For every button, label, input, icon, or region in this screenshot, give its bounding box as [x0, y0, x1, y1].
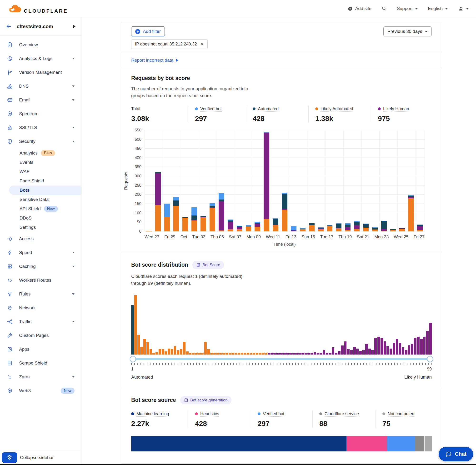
sidebar-item-ssl-tls[interactable]: SSL/TLS [0, 121, 81, 135]
spectrum-icon [7, 111, 13, 117]
histogram-bars [131, 295, 432, 355]
user-icon [458, 6, 464, 11]
remove-filter-icon[interactable]: ✕ [200, 42, 204, 46]
sidebar-item-overview[interactable]: Overview [0, 38, 81, 52]
sidebar-item-speed[interactable]: Speed [0, 246, 81, 260]
score-bar-30 [219, 353, 222, 355]
segment-likely-automated [318, 229, 324, 232]
sidebar-item-rules[interactable]: Rules [0, 287, 81, 301]
score-bar-71 [344, 341, 347, 355]
stat-label[interactable]: Verified bot [195, 106, 246, 111]
segment-likely-automated [155, 205, 161, 232]
sidebar-item-dns[interactable]: DNS [0, 79, 81, 93]
sidebar-item-bots[interactable]: Bots [9, 185, 81, 195]
slider-handle-min[interactable] [130, 356, 136, 362]
sidebar-item-email[interactable]: Email [0, 93, 81, 107]
stat-label[interactable]: Machine learning [131, 412, 188, 416]
sidebar-item-label: WAF [20, 169, 30, 174]
slider-track[interactable] [132, 358, 431, 360]
sidebar-item-scrape-shield[interactable]: Scrape Shield [0, 356, 81, 370]
x-tick-label [333, 234, 338, 240]
stat-label[interactable]: Heuristics [195, 412, 251, 416]
sidebar-item-version-management[interactable]: Version Management [0, 65, 81, 79]
time-range-select[interactable]: Previous 30 days [383, 26, 432, 36]
sidebar: cftestsite3.com OverviewAnalytics & Logs… [0, 17, 81, 465]
chevron-down-icon [72, 252, 74, 253]
sidebar-item-workers-routes[interactable]: Workers Routes [0, 273, 81, 287]
stat-label[interactable]: Likely Automated [315, 106, 371, 111]
score-bar-17 [180, 349, 182, 355]
sidebar-item-settings[interactable]: Settings [0, 223, 81, 232]
score-bar-22 [195, 353, 198, 355]
add-site-button[interactable]: Add site [348, 6, 371, 11]
stat-label[interactable]: Not computed [382, 412, 432, 416]
language-menu[interactable]: English [428, 6, 448, 11]
search-button[interactable] [381, 6, 387, 11]
score-bar-1 [131, 305, 134, 355]
score-bar-4 [140, 347, 143, 355]
sidebar-item-security[interactable]: Security [0, 135, 81, 148]
settings-gear-button[interactable]: ⚙ [2, 452, 17, 463]
caching-icon [7, 264, 13, 269]
report-incorrect-data-link[interactable]: Report incorrect data [131, 58, 178, 63]
slider-handle-max[interactable] [427, 356, 433, 362]
sidebar-footer: ⚙ Collapse sidebar [0, 450, 81, 465]
stat-label[interactable]: Verified bot [258, 412, 312, 416]
sidebar-item-analytics[interactable]: AnalyticsBeta [0, 148, 81, 158]
score-bar-35 [234, 353, 237, 355]
sidebar-item-ddos[interactable]: DDoS [0, 213, 81, 223]
add-filter-button[interactable]: + Add filter [131, 26, 165, 36]
sidebar-item-sensitive-data[interactable]: Sensitive Data [0, 195, 81, 204]
stat-label[interactable]: Likely Human [378, 106, 432, 111]
bot-score-distribution-card: Bot score distribution Bot Score Cloudfl… [121, 253, 442, 388]
score-bar-14 [171, 349, 173, 355]
collapse-sidebar-button[interactable]: Collapse sidebar [20, 455, 54, 460]
segment-likely-human [417, 226, 423, 230]
score-bar-36 [238, 353, 240, 355]
bar-sat-14 [300, 130, 306, 232]
sidebar-item-apps[interactable]: Apps [0, 342, 81, 356]
sidebar-item-spectrum[interactable]: Spectrum [0, 107, 81, 121]
sidebar-item-waf[interactable]: WAF [0, 167, 81, 176]
card-description: Cloudflare scores each request 1 (defini… [131, 273, 257, 287]
filter-chip[interactable]: IP does not equal 35.212.240.32 ✕ [131, 39, 208, 49]
triangle-right-icon [176, 59, 178, 62]
sidebar-item-network[interactable]: Network [0, 301, 81, 315]
sidebar-item-label: API Shield [20, 206, 41, 211]
sidebar-item-analytics-logs[interactable]: Analytics & Logs [0, 52, 81, 65]
bot-score-badge[interactable]: Bot Score [192, 261, 224, 269]
sidebar-item-traffic[interactable]: Traffic [0, 315, 81, 328]
support-menu[interactable]: Support [397, 6, 418, 11]
sidebar-item-api-shield[interactable]: API ShieldNew [0, 204, 81, 213]
score-bar-96 [420, 339, 423, 355]
report-row: Report incorrect data [121, 53, 442, 68]
score-bar-85 [386, 346, 389, 355]
bot-score-generation-badge[interactable]: Bot score generation [180, 396, 232, 404]
segment-verified-bot [291, 226, 296, 231]
score-bar-54 [292, 353, 295, 355]
account-menu[interactable] [458, 6, 469, 11]
site-expand-icon[interactable] [73, 25, 75, 28]
score-bar-87 [393, 343, 395, 355]
sidebar-item-label: Apps [19, 347, 74, 352]
segment-likely-automated [246, 226, 252, 232]
score-range-slider[interactable] [131, 356, 432, 363]
chat-button[interactable]: Chat [439, 447, 473, 461]
stat-label[interactable]: Cloudflare service [319, 412, 376, 416]
sidebar-item-caching[interactable]: Caching [0, 260, 81, 273]
score-bar-44 [262, 353, 264, 355]
main-content: + Add filter Previous 30 days IP does no… [81, 17, 476, 465]
sidebar-item-custom-pages[interactable]: Custom Pages [0, 328, 81, 342]
score-bar-58 [305, 353, 307, 355]
sidebar-item-zaraz[interactable]: Zaraz [0, 370, 81, 384]
new-badge: New [61, 388, 74, 394]
sidebar-item-page-shield[interactable]: Page Shield [0, 176, 81, 185]
sidebar-item-web3[interactable]: Web3New [0, 384, 81, 398]
back-arrow-icon[interactable] [6, 23, 12, 30]
stat-label[interactable]: Automated [253, 106, 308, 111]
sidebar-item-access[interactable]: Access [0, 232, 81, 246]
chevron-down-icon [72, 321, 74, 322]
score-bar-34 [232, 353, 234, 355]
bar-fri-27 [417, 130, 423, 232]
sidebar-item-events[interactable]: Events [0, 158, 81, 167]
